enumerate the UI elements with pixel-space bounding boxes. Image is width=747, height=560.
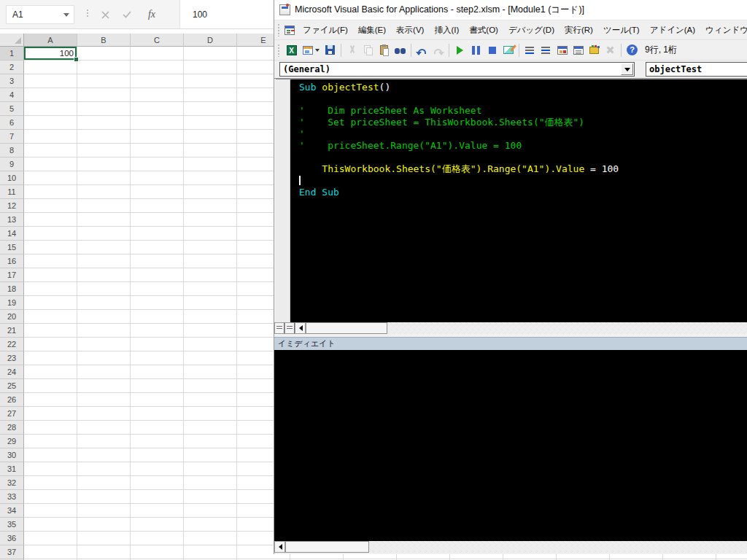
cell-C7[interactable]	[131, 130, 184, 144]
cell-B27[interactable]	[77, 407, 131, 421]
cell-C4[interactable]	[131, 88, 184, 102]
cell-C26[interactable]	[131, 393, 184, 407]
menu-item[interactable]: ツール(T)	[598, 23, 645, 38]
cell-D25[interactable]	[184, 379, 237, 393]
cell-A15[interactable]	[24, 241, 77, 254]
row-header-8[interactable]: 8	[0, 144, 24, 158]
cell-A6[interactable]	[24, 116, 77, 130]
cell-A12[interactable]	[24, 199, 77, 213]
insert-userform-icon[interactable]	[300, 42, 322, 58]
cell-A36[interactable]	[24, 532, 77, 545]
cell-C24[interactable]	[131, 365, 184, 379]
row-header-19[interactable]: 19	[0, 296, 24, 310]
save-icon[interactable]	[322, 42, 338, 58]
cell-B18[interactable]	[77, 282, 131, 296]
cell-D3[interactable]	[184, 74, 237, 88]
view-excel-icon[interactable]	[284, 42, 299, 58]
cell-A14[interactable]	[24, 227, 77, 241]
design-mode-icon[interactable]	[500, 42, 516, 58]
cell-D14[interactable]	[184, 227, 237, 241]
copy-icon[interactable]	[360, 42, 376, 58]
cell-C8[interactable]	[131, 144, 184, 158]
cell-A7[interactable]	[24, 130, 77, 144]
cell-A30[interactable]	[24, 448, 77, 462]
cell-A28[interactable]	[24, 421, 77, 435]
cell-B9[interactable]	[77, 158, 131, 171]
immediate-window-titlebar[interactable]: イミディエイト	[274, 337, 747, 350]
cell-D34[interactable]	[184, 504, 237, 518]
cell-A32[interactable]	[24, 476, 77, 490]
run-icon[interactable]	[452, 42, 468, 58]
row-header-23[interactable]: 23	[0, 351, 24, 365]
row-header-11[interactable]: 11	[0, 185, 24, 199]
code-editor[interactable]: Sub objectTest()' Dim priceSheet As Work…	[290, 79, 747, 322]
cell-D6[interactable]	[184, 116, 237, 130]
menu-item[interactable]: 編集(E)	[353, 23, 391, 38]
cell-C16[interactable]	[131, 254, 184, 268]
cell-B37[interactable]	[77, 545, 131, 559]
cell-D17[interactable]	[184, 268, 237, 282]
select-all-corner[interactable]	[0, 34, 24, 47]
cell-B34[interactable]	[77, 504, 131, 518]
menu-item[interactable]: ウィンドウ(W)	[700, 23, 747, 38]
cell-B35[interactable]	[77, 518, 131, 532]
cell-A1[interactable]: 100	[24, 47, 77, 61]
cell-B1[interactable]	[77, 47, 131, 61]
row-header-1[interactable]: 1	[0, 47, 24, 61]
cell-C11[interactable]	[131, 185, 184, 199]
cell-C13[interactable]	[131, 213, 184, 227]
object-dropdown[interactable]: (General)	[279, 62, 635, 77]
cell-C15[interactable]	[131, 241, 184, 254]
properties-window-icon[interactable]	[570, 42, 586, 58]
row-header-32[interactable]: 32	[0, 476, 24, 490]
row-header-24[interactable]: 24	[0, 365, 24, 379]
cell-D26[interactable]	[184, 393, 237, 407]
name-box-dropdown-icon[interactable]	[59, 10, 74, 20]
code-margin-indicator-bar[interactable]	[276, 79, 290, 322]
cell-A16[interactable]	[24, 254, 77, 268]
cell-D19[interactable]	[184, 296, 237, 310]
break-icon[interactable]	[468, 42, 484, 58]
cell-A2[interactable]	[24, 61, 77, 74]
row-header-22[interactable]: 22	[0, 338, 24, 351]
cell-B16[interactable]	[77, 254, 131, 268]
cell-A11[interactable]	[24, 185, 77, 199]
cell-D23[interactable]	[184, 351, 237, 365]
redo-icon[interactable]	[430, 42, 446, 58]
grip-dots-icon[interactable]	[87, 9, 88, 17]
cell-D21[interactable]	[184, 324, 237, 338]
row-header-21[interactable]: 21	[0, 324, 24, 338]
row-header-34[interactable]: 34	[0, 504, 24, 518]
cell-D15[interactable]	[184, 241, 237, 254]
cell-A8[interactable]	[24, 144, 77, 158]
row-header-12[interactable]: 12	[0, 199, 24, 213]
cell-C27[interactable]	[131, 407, 184, 421]
row-header-30[interactable]: 30	[0, 448, 24, 462]
cell-A4[interactable]	[24, 88, 77, 102]
cell-B13[interactable]	[77, 213, 131, 227]
row-header-13[interactable]: 13	[0, 213, 24, 227]
cell-B11[interactable]	[77, 185, 131, 199]
row-header-10[interactable]: 10	[0, 171, 24, 185]
cell-C37[interactable]	[131, 545, 184, 559]
cell-B21[interactable]	[77, 324, 131, 338]
cell-D33[interactable]	[184, 490, 237, 504]
help-icon[interactable]	[624, 42, 640, 58]
cell-C35[interactable]	[131, 518, 184, 532]
toolbar-grip-icon[interactable]	[277, 44, 281, 57]
cell-C3[interactable]	[131, 74, 184, 88]
cell-D30[interactable]	[184, 448, 237, 462]
scroll-left-icon[interactable]	[295, 322, 306, 334]
row-header-15[interactable]: 15	[0, 241, 24, 254]
cell-A35[interactable]	[24, 518, 77, 532]
row-header-29[interactable]: 29	[0, 435, 24, 448]
cell-A13[interactable]	[24, 213, 77, 227]
scrollbar-track[interactable]	[369, 541, 747, 553]
row-header-31[interactable]: 31	[0, 462, 24, 476]
cell-D13[interactable]	[184, 213, 237, 227]
cell-C12[interactable]	[131, 199, 184, 213]
cell-B29[interactable]	[77, 435, 131, 448]
cell-C33[interactable]	[131, 490, 184, 504]
column-header-A[interactable]: A	[24, 34, 77, 47]
cell-B10[interactable]	[77, 171, 131, 185]
